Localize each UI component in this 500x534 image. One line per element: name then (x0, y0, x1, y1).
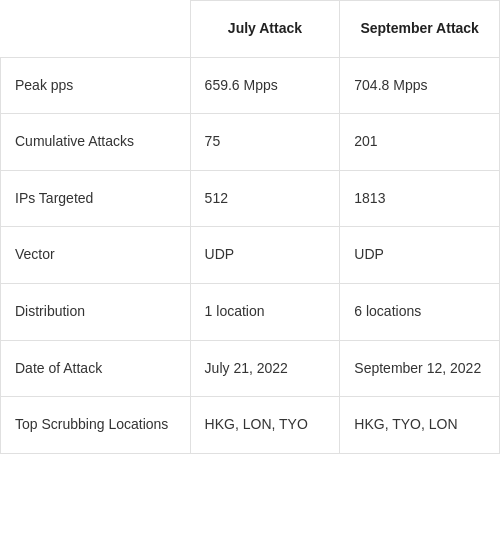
row-july-value: 1 location (190, 283, 340, 340)
header-july: July Attack (190, 1, 340, 58)
table-row: Distribution1 location6 locations (1, 283, 500, 340)
row-september-value: 201 (340, 114, 500, 171)
row-label: Distribution (1, 283, 191, 340)
row-label: Date of Attack (1, 340, 191, 397)
row-september-value: September 12, 2022 (340, 340, 500, 397)
row-july-value: 512 (190, 170, 340, 227)
row-july-value: 75 (190, 114, 340, 171)
row-july-value: July 21, 2022 (190, 340, 340, 397)
table-row: VectorUDPUDP (1, 227, 500, 284)
comparison-table: July Attack September Attack Peak pps659… (0, 0, 500, 454)
row-label: IPs Targeted (1, 170, 191, 227)
row-july-value: 659.6 Mpps (190, 57, 340, 114)
row-label: Peak pps (1, 57, 191, 114)
table-row: Peak pps659.6 Mpps704.8 Mpps (1, 57, 500, 114)
row-label: Top Scrubbing Locations (1, 397, 191, 454)
table-row: Top Scrubbing LocationsHKG, LON, TYOHKG,… (1, 397, 500, 454)
header-september: September Attack (340, 1, 500, 58)
table-row: Date of AttackJuly 21, 2022September 12,… (1, 340, 500, 397)
row-label: Cumulative Attacks (1, 114, 191, 171)
table-row: IPs Targeted5121813 (1, 170, 500, 227)
row-july-value: HKG, LON, TYO (190, 397, 340, 454)
row-september-value: UDP (340, 227, 500, 284)
header-label (1, 1, 191, 58)
table-row: Cumulative Attacks75201 (1, 114, 500, 171)
row-september-value: 704.8 Mpps (340, 57, 500, 114)
row-september-value: 6 locations (340, 283, 500, 340)
row-july-value: UDP (190, 227, 340, 284)
row-september-value: 1813 (340, 170, 500, 227)
row-september-value: HKG, TYO, LON (340, 397, 500, 454)
row-label: Vector (1, 227, 191, 284)
